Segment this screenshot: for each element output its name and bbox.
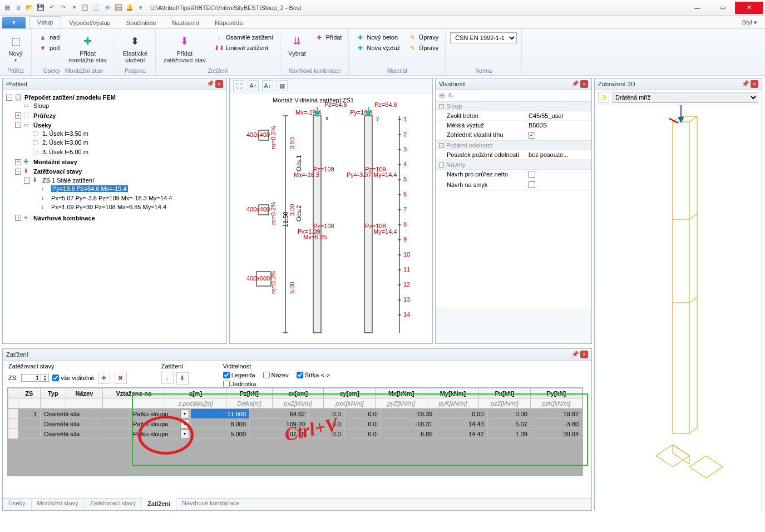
loads-grid[interactable]: ZS Typ Název Vztaženo na a[m] Pz[kN] ex[… (7, 387, 583, 476)
svg-text:My=14.4: My=14.4 (373, 171, 397, 178)
elastic-support-button[interactable]: ⬍ Elastické uložení (120, 32, 151, 65)
point-load-icon[interactable]: ↓ (161, 372, 174, 384)
svg-text:400x400: 400x400 (246, 131, 270, 138)
view3d-mode-select[interactable]: Drátěná mříž (613, 92, 758, 103)
add-load-state-button[interactable]: ⬇ Přidat zatěžovací stav (160, 32, 209, 65)
close-icon[interactable]: × (580, 80, 588, 88)
arrow-up-icon: ▲ (38, 33, 47, 42)
footer-tab[interactable]: Zatěžovací stavy (85, 499, 142, 510)
grid-icon[interactable]: ▦ (277, 80, 288, 91)
tree-selected-item[interactable]: ↓Py=18.8 Pz=64.6 Mx=-19.4 (32, 185, 129, 193)
close-icon[interactable]: × (751, 80, 758, 88)
close-button[interactable]: ✕ (735, 2, 763, 14)
line-load-icon: ⬇⬇ (215, 43, 224, 52)
window-title: U:\Attribut\Tips\RIBTEC\VnitrniSilyBEST\… (150, 4, 302, 11)
svg-text:7: 7 (403, 206, 407, 213)
edit-concrete-button[interactable]: ✎Úpravy (406, 32, 441, 42)
point-load-button[interactable]: ↓Osamělé zatížení (213, 32, 276, 42)
font-down-icon[interactable]: A↓ (262, 80, 273, 91)
loadstate-delete-icon[interactable]: ✖ (115, 372, 127, 384)
svg-text:Mx=-18.3: Mx=-18.3 (294, 171, 319, 178)
zoom-fit-icon[interactable]: ⛶ (233, 80, 244, 91)
tree[interactable]: −📋Přepočet zatížení zmodelu FEM ▭Sloup +… (3, 90, 226, 343)
svg-text:400x600: 400x600 (246, 275, 270, 282)
pin-icon[interactable]: 📌 (742, 80, 749, 88)
svg-text:14: 14 (403, 311, 410, 318)
edit-reinf-button[interactable]: ✎Úpravy (406, 43, 441, 53)
svg-text:13: 13 (403, 296, 410, 303)
font-up-icon[interactable]: A↑ (248, 80, 259, 91)
tab-vstup[interactable]: Vstup (29, 16, 61, 28)
qat-dropdown-icon[interactable]: ▾ (136, 3, 146, 13)
prop-key: Návrh na smyk (436, 180, 525, 190)
pin-icon[interactable]: 📌 (571, 351, 579, 358)
footer-tab[interactable]: Návrhové kombinace (176, 499, 245, 510)
prop-value[interactable]: C45/55_user (525, 111, 591, 120)
tool-icon[interactable]: 👁 (102, 3, 112, 13)
new-reinf-button[interactable]: ✚Nová výztuž (353, 43, 402, 53)
categorize-icon[interactable]: ▤ (439, 92, 445, 99)
new-section-button[interactable]: ⬚ Nový▾ (4, 32, 27, 64)
prop-checkbox[interactable] (525, 170, 591, 180)
width-checkbox[interactable]: Šířka <-> (297, 372, 330, 378)
footer-tab-active[interactable]: Zatížení (142, 498, 176, 510)
line-load-button[interactable]: ⬇⬇Liniové zatížení (213, 43, 276, 53)
minimize-button[interactable]: — (685, 2, 710, 14)
prop-category[interactable]: Sloup (446, 103, 462, 110)
add-below-button[interactable]: ▼pod (36, 43, 62, 53)
add-above-button[interactable]: ▲nad (36, 32, 62, 42)
spring-icon: ⬍ (127, 33, 143, 49)
tool-icon[interactable]: 🧾 (91, 3, 101, 13)
graphic-view[interactable]: Montáž Viditelná zatížení:ZS1 400x400 40… (230, 93, 432, 343)
redo-icon[interactable]: ↷ (58, 3, 68, 13)
tool-icon[interactable]: 📋 (80, 3, 90, 13)
add-combination-button[interactable]: ✚Přidat (313, 32, 344, 42)
tool-icon[interactable]: 🪟 (113, 3, 124, 13)
prop-category[interactable]: Návrhy (446, 161, 466, 168)
open-icon[interactable]: 📂 (24, 3, 34, 13)
prop-value[interactable]: bez posouze... (525, 150, 591, 159)
pin-icon[interactable]: 📌 (571, 80, 579, 88)
tab-vypocet[interactable]: Výpočet/výstup (61, 17, 119, 28)
add-mounting-state-button[interactable]: ✚ Přidat montážní stav (65, 32, 110, 65)
legend-checkbox[interactable]: Legenda (223, 372, 255, 378)
close-icon[interactable]: × (580, 351, 588, 358)
save-icon[interactable]: 💾 (36, 3, 46, 13)
close-icon[interactable]: × (215, 80, 223, 88)
prop-checkbox[interactable]: ✓ (525, 130, 591, 140)
maximize-button[interactable]: ▭ (710, 2, 735, 14)
qat-icon[interactable]: ▦ (2, 3, 12, 13)
tab-soucinitele[interactable]: Součinitele (119, 17, 164, 28)
svg-line-77 (689, 214, 697, 219)
unit-checkbox[interactable]: Jednotka (223, 381, 330, 387)
new-file-icon[interactable]: 🗎 (13, 3, 23, 13)
wand-icon[interactable]: ✨ (598, 92, 609, 103)
tab-nastaveni[interactable]: Nastavení (164, 17, 208, 28)
view3d-viewport[interactable] (595, 105, 762, 513)
tab-napoveda[interactable]: Nápověda (207, 17, 250, 28)
footer-tab[interactable]: Úseky (3, 499, 32, 510)
sort-icon[interactable]: A↓ (448, 92, 455, 99)
file-tab[interactable]: ▾ (2, 17, 26, 28)
all-visible-checkbox[interactable]: vše viditelné (52, 375, 95, 381)
tool-icon[interactable]: 🔔 (125, 3, 135, 13)
norm-select[interactable]: ČSN EN 1992-1-1 (450, 32, 517, 43)
pin-icon[interactable]: 📌 (206, 80, 214, 88)
prop-category[interactable]: Požární odolnost (446, 142, 492, 149)
svg-line-75 (689, 428, 697, 434)
line-load-icon[interactable]: ⬇ (176, 372, 189, 385)
tool-icon[interactable]: ✶ (69, 3, 79, 13)
footer-tab[interactable]: Montážní stavy (32, 499, 85, 510)
svg-text:11.50: 11.50 (282, 211, 289, 227)
section-label: Viditelnost (223, 363, 330, 370)
select-combination-button[interactable]: ⇊ Vybrat (285, 32, 309, 58)
svg-text:y: y (376, 115, 379, 121)
style-dropdown[interactable]: Styl ▾ (734, 17, 765, 28)
prop-value[interactable]: B500S (525, 121, 591, 130)
new-concrete-button[interactable]: ✚Nový beton (353, 32, 402, 42)
loadstate-add-icon[interactable]: ✚ (98, 372, 110, 384)
undo-icon[interactable]: ↶ (47, 3, 57, 13)
prop-checkbox[interactable] (525, 180, 591, 190)
name-checkbox[interactable]: Název (263, 372, 289, 378)
zs-spinner[interactable]: ▲▼ (21, 374, 49, 382)
